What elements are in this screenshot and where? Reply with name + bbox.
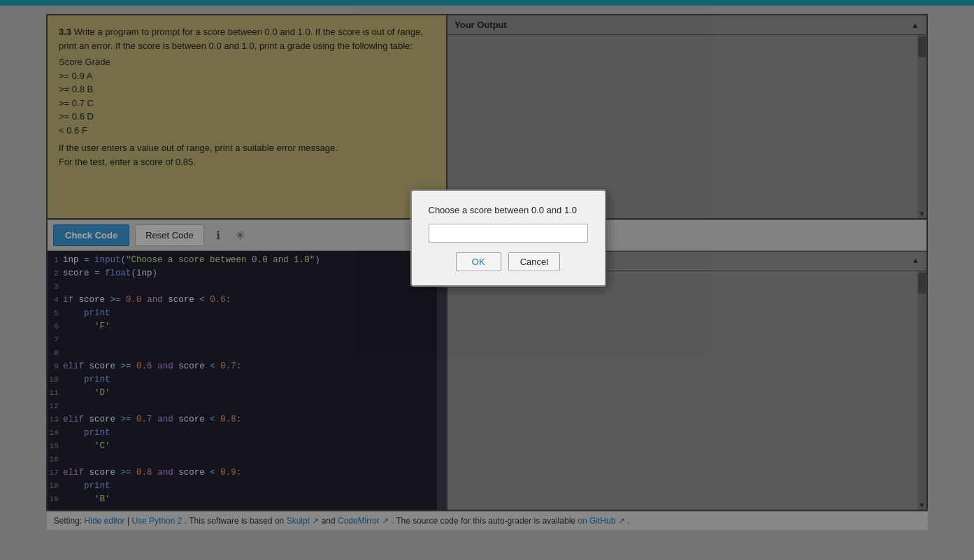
modal-cancel-button[interactable]: Cancel — [508, 252, 560, 271]
modal-overlay: Choose a score between 0.0 and 1.0 OK Ca… — [0, 0, 974, 560]
modal-buttons: OK Cancel — [429, 252, 588, 271]
modal-ok-button[interactable]: OK — [456, 252, 501, 271]
modal-dialog: Choose a score between 0.0 and 1.0 OK Ca… — [410, 189, 606, 287]
modal-input[interactable] — [429, 224, 588, 243]
modal-title: Choose a score between 0.0 and 1.0 — [429, 205, 588, 215]
